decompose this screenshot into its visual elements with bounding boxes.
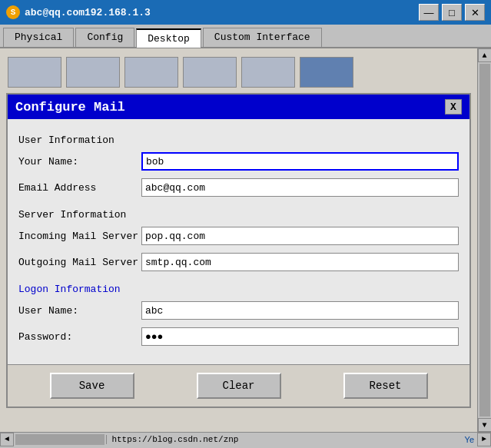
password-row: Password: xyxy=(18,327,459,346)
email-address-label: Email Address xyxy=(18,182,141,194)
main-panel: Configure Mail X User Information Your N… xyxy=(0,48,477,432)
scroll-track-horizontal[interactable] xyxy=(15,434,105,445)
user-info-section-label: User Information xyxy=(18,134,459,146)
dialog-title-text: Configure Mail xyxy=(15,100,125,114)
configure-mail-dialog: Configure Mail X User Information Your N… xyxy=(6,93,471,408)
thumbnail-row xyxy=(3,53,474,91)
your-name-label: Your Name: xyxy=(18,156,141,168)
close-window-button[interactable]: ✕ xyxy=(465,4,485,21)
maximize-button[interactable]: □ xyxy=(442,4,462,21)
dialog-body: User Information Your Name: Email Addres… xyxy=(8,119,469,364)
status-right: Ye xyxy=(385,435,477,444)
scroll-down-button[interactable]: ▼ xyxy=(478,418,492,432)
clear-button[interactable]: Clear xyxy=(197,373,281,399)
minimize-button[interactable]: — xyxy=(419,4,439,21)
app-icon: S xyxy=(6,5,20,19)
password-label: Password: xyxy=(18,331,141,343)
outgoing-server-input[interactable] xyxy=(141,253,459,271)
your-name-input[interactable] xyxy=(141,152,459,171)
email-address-row: Email Address xyxy=(18,178,459,197)
username-row: User Name: xyxy=(18,301,459,320)
username-input[interactable] xyxy=(141,301,459,320)
status-suffix: Ye xyxy=(465,435,474,444)
scroll-right-button[interactable]: ► xyxy=(477,433,491,446)
reset-button[interactable]: Reset xyxy=(343,373,428,399)
status-bar: https://blog.csdn.net/znp xyxy=(106,435,384,444)
scroll-up-button[interactable]: ▲ xyxy=(478,48,492,62)
status-url: https://blog.csdn.net/znp xyxy=(111,435,238,444)
thumbnail-2[interactable] xyxy=(66,57,120,88)
email-address-input[interactable] xyxy=(141,178,459,197)
password-input[interactable] xyxy=(141,327,459,346)
thumbnail-5[interactable] xyxy=(241,57,295,88)
tab-bar: Physical Config Desktop Custom Interface xyxy=(0,25,491,48)
window-controls: — □ ✕ xyxy=(419,4,485,21)
incoming-server-input[interactable] xyxy=(141,227,459,245)
incoming-server-row: Incoming Mail Server xyxy=(18,227,459,245)
window-title: abc@qq.com192.168.1.3 xyxy=(25,7,151,18)
thumbnail-3[interactable] xyxy=(124,57,178,88)
horizontal-scrollbar: ◄ https://blog.csdn.net/znp Ye ► xyxy=(0,432,491,446)
your-name-row: Your Name: xyxy=(18,152,459,171)
scroll-left-button[interactable]: ◄ xyxy=(0,433,14,446)
username-label: User Name: xyxy=(18,305,141,317)
title-bar: S abc@qq.com192.168.1.3 — □ ✕ xyxy=(0,0,491,25)
logon-info-section-label: Logon Information xyxy=(18,284,459,295)
outgoing-server-label: Outgoing Mail Server xyxy=(18,257,141,268)
dialog-close-button[interactable]: X xyxy=(445,99,462,114)
button-row: Save Clear Reset xyxy=(8,364,469,407)
tab-desktop[interactable]: Desktop xyxy=(136,28,201,48)
scroll-track-vertical[interactable] xyxy=(479,64,490,416)
tab-custom-interface[interactable]: Custom Interface xyxy=(203,28,322,47)
incoming-server-label: Incoming Mail Server xyxy=(18,231,141,242)
save-button[interactable]: Save xyxy=(50,373,134,399)
vertical-scrollbar: ▲ ▼ xyxy=(477,48,491,432)
tab-config[interactable]: Config xyxy=(75,28,134,47)
tab-physical[interactable]: Physical xyxy=(3,28,74,47)
content-area: Configure Mail X User Information Your N… xyxy=(0,48,491,432)
dialog-title-bar: Configure Mail X xyxy=(8,95,469,119)
thumbnail-6[interactable] xyxy=(300,57,353,88)
outgoing-server-row: Outgoing Mail Server xyxy=(18,253,459,271)
thumbnail-1[interactable] xyxy=(8,57,61,88)
server-info-section-label: Server Information xyxy=(18,209,459,221)
thumbnail-4[interactable] xyxy=(183,57,237,88)
